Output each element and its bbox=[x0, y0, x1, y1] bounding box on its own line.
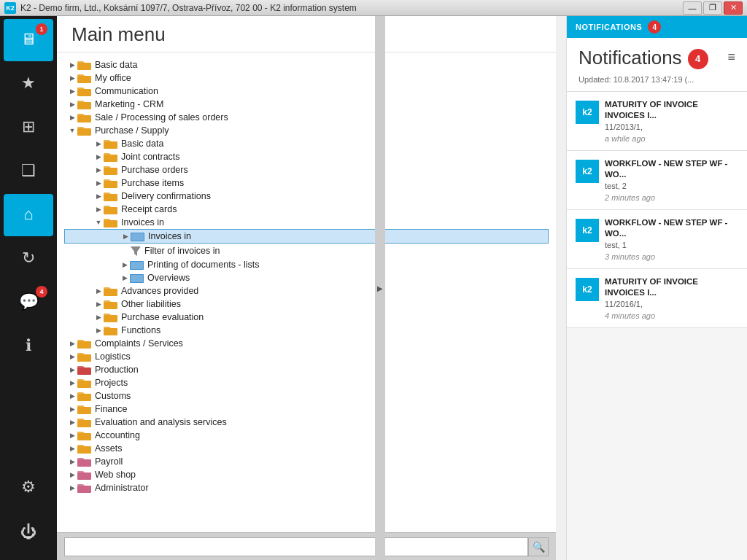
tree-item[interactable]: ▶ Logistics bbox=[64, 350, 549, 363]
svg-rect-34 bbox=[77, 472, 91, 480]
tree-item[interactable]: ▶ Overviews bbox=[64, 271, 549, 284]
sidebar-item-monitor[interactable]: 🖥 1 bbox=[4, 19, 53, 61]
expand-arrow: ▶ bbox=[67, 60, 77, 70]
tree-item[interactable]: ▼ Invoices in bbox=[64, 216, 549, 229]
svg-rect-1 bbox=[77, 76, 91, 83]
tree-item[interactable]: ▶ Customs bbox=[64, 389, 549, 402]
tree-item-label: Purchase orders bbox=[121, 165, 188, 175]
tree-item[interactable]: ▶ Evaluation and analysis services bbox=[64, 416, 549, 429]
tree-item[interactable]: ▶ My office bbox=[64, 71, 549, 85]
svg-rect-12 bbox=[104, 220, 117, 228]
notif-content: WORKFLOW - NEW STEP WF - WO... test, 1 3… bbox=[605, 217, 738, 261]
notif-badge: k2 bbox=[576, 219, 599, 242]
tree-item-label: Web shop bbox=[95, 470, 136, 480]
sidebar-item-chat[interactable]: 💬 4 bbox=[4, 281, 53, 324]
window-controls[interactable]: — ❐ ✕ bbox=[683, 1, 743, 15]
tree-item[interactable]: ▶ Communication bbox=[64, 85, 549, 98]
tree-item[interactable]: ▶ Marketing - CRM bbox=[64, 98, 549, 111]
tree-item[interactable]: ▶ Production bbox=[64, 363, 549, 376]
notifications-tab-label: NOTIFICATIONS bbox=[576, 23, 642, 31]
tree-item[interactable]: ▶ Accounting bbox=[64, 429, 549, 442]
sidebar-item-star[interactable]: ★ bbox=[4, 63, 53, 105]
panel-collapse-button[interactable]: ▶ bbox=[375, 16, 385, 560]
tree-item[interactable]: ▶ Other liabilities bbox=[64, 298, 549, 311]
expand-arrow: ▶ bbox=[67, 351, 77, 362]
tree-item[interactable]: ▶ Payroll bbox=[64, 455, 549, 468]
tree-item[interactable]: ▶ Administrator bbox=[64, 481, 549, 494]
notification-item[interactable]: k2 MATURITY OF INVOICE INVOICES I... 11/… bbox=[567, 269, 747, 328]
tree-item[interactable]: ▶ Advances provided bbox=[64, 284, 549, 298]
svg-rect-9 bbox=[104, 181, 117, 188]
window-title: K2 - Demo firm, Ltd., Koksární 1097/7, O… bbox=[20, 3, 357, 13]
tree-item[interactable]: ▶ Purchase orders bbox=[64, 163, 549, 176]
expand-arrow: ▶ bbox=[120, 273, 130, 283]
tree-item[interactable]: ▼ Purchase / Supply bbox=[64, 124, 549, 137]
svg-rect-20 bbox=[104, 289, 117, 296]
tree-item[interactable]: ▶ Purchase evaluation bbox=[64, 311, 549, 324]
search-button[interactable]: 🔍 bbox=[528, 537, 549, 556]
svg-rect-7 bbox=[104, 155, 117, 162]
tree-item[interactable]: ▶ Finance bbox=[64, 402, 549, 416]
expand-arrow: ▶ bbox=[93, 286, 104, 296]
notification-item[interactable]: k2 MATURITY OF INVOICE INVOICES I... 11/… bbox=[567, 92, 747, 151]
sidebar-item-power[interactable]: ⏻ bbox=[4, 512, 53, 554]
svg-rect-10 bbox=[104, 194, 117, 201]
expand-arrow: ▶ bbox=[67, 338, 77, 349]
notif-subtitle: 11/2016/1, bbox=[605, 300, 738, 308]
svg-rect-6 bbox=[104, 141, 117, 149]
power-icon: ⏻ bbox=[20, 523, 36, 542]
expand-arrow bbox=[120, 246, 130, 256]
tree-item[interactable]: ▶ Basic data bbox=[64, 58, 549, 71]
info-icon: ℹ bbox=[26, 336, 31, 355]
notifications-updated: Updated: 10.8.2017 13:47:19 (... bbox=[567, 75, 747, 92]
notif-content: MATURITY OF INVOICE INVOICES I... 11/201… bbox=[605, 276, 738, 320]
expand-arrow: ▶ bbox=[93, 191, 104, 201]
expand-arrow: ▶ bbox=[67, 417, 77, 427]
expand-arrow: ▶ bbox=[93, 178, 104, 188]
svg-rect-3 bbox=[77, 102, 91, 109]
expand-arrow: ▶ bbox=[67, 404, 77, 414]
expand-arrow: ▶ bbox=[67, 391, 77, 401]
close-button[interactable]: ✕ bbox=[724, 1, 743, 15]
tree-item[interactable]: ▶ Joint contracts bbox=[64, 150, 549, 163]
notification-item[interactable]: k2 WORKFLOW - NEW STEP WF - WO... test, … bbox=[567, 151, 747, 210]
tree-item[interactable]: ▶ Sale / Processing of sales orders bbox=[64, 111, 549, 124]
maximize-button[interactable]: ❐ bbox=[703, 1, 722, 15]
expand-arrow: ▶ bbox=[93, 312, 104, 322]
expand-arrow: ▶ bbox=[67, 73, 77, 83]
tree-item[interactable]: ▶ Web shop bbox=[64, 468, 549, 481]
tree-item[interactable]: ▶ Printing of documents - lists bbox=[64, 258, 549, 271]
chat-icon: 💬 bbox=[19, 292, 39, 311]
search-input[interactable] bbox=[64, 537, 528, 556]
tree-item[interactable]: ▶ Complaints / Services bbox=[64, 337, 549, 350]
tree-item[interactable]: ▶ Purchase items bbox=[64, 176, 549, 190]
menu-tree-area: ▶ Basic data▶ My office▶ Communication▶ … bbox=[57, 52, 556, 532]
sidebar-item-info[interactable]: ℹ bbox=[4, 325, 53, 368]
sidebar: 🖥 1 ★ ⊞ ❑ ⌂ ↻ 💬 4 ℹ ⚙ bbox=[0, 16, 57, 560]
tree-item[interactable]: ▶ Basic data bbox=[64, 137, 549, 150]
tree-item[interactable]: ▶ Delivery confirmations bbox=[64, 190, 549, 203]
sidebar-item-home[interactable]: ⌂ bbox=[4, 194, 53, 236]
svg-rect-22 bbox=[104, 315, 117, 322]
monitor-badge: 1 bbox=[36, 23, 47, 35]
tree-item[interactable]: ▶ Functions bbox=[64, 324, 549, 337]
tree-item[interactable]: ▶ Projects bbox=[64, 376, 549, 389]
svg-rect-32 bbox=[77, 446, 91, 454]
expand-arrow: ▶ bbox=[93, 325, 104, 335]
notifications-menu-icon[interactable]: ≡ bbox=[727, 50, 735, 65]
expand-arrow: ▶ bbox=[67, 365, 77, 375]
tree-item-label: Purchase items bbox=[121, 178, 184, 188]
notifications-tab[interactable]: NOTIFICATIONS 4 bbox=[567, 16, 747, 38]
sidebar-item-gear[interactable]: ⚙ bbox=[4, 467, 53, 509]
tree-item[interactable]: ▶ Receipt cards bbox=[64, 203, 549, 216]
notif-badge: k2 bbox=[576, 278, 599, 301]
sidebar-item-copy[interactable]: ❑ bbox=[4, 150, 53, 192]
notification-item[interactable]: k2 WORKFLOW - NEW STEP WF - WO... test, … bbox=[567, 210, 747, 269]
sidebar-item-grid[interactable]: ⊞ bbox=[4, 106, 53, 149]
tree-item[interactable]: ▶ Invoices in bbox=[64, 229, 549, 244]
sidebar-item-refresh[interactable]: ↻ bbox=[4, 238, 53, 280]
tree-item[interactable]: ▶ Assets bbox=[64, 442, 549, 455]
minimize-button[interactable]: — bbox=[683, 1, 702, 15]
tree-item[interactable]: Filter of invoices in bbox=[64, 244, 549, 258]
notifications-header: Notifications 4 ≡ bbox=[567, 38, 747, 75]
